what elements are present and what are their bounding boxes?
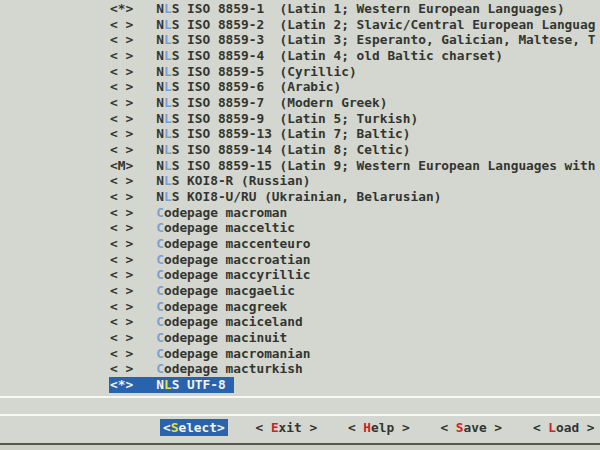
label-hotkey: C xyxy=(156,314,164,329)
label-post: S ISO 8859-6 (Arabic) xyxy=(172,79,342,94)
button-hotkey: S xyxy=(456,420,464,435)
menu-item[interactable]: < > Codepage maccroatian xyxy=(110,252,595,268)
state-gap xyxy=(133,377,156,392)
state-marker: < > xyxy=(110,267,133,282)
state-gap xyxy=(133,220,156,235)
exit-button[interactable]: < Exit > xyxy=(255,419,317,436)
menu-item-text: < > NLS ISO 8859-13 (Latin 7; Baltic) xyxy=(110,126,411,141)
menu-item[interactable]: < > NLS ISO 8859-4 (Latin 4; old Baltic … xyxy=(110,48,595,64)
label-post: odepage macroman xyxy=(164,205,287,220)
menu-item[interactable]: < > Codepage macinuit xyxy=(110,330,595,346)
menu-item-text: < > NLS ISO 8859-7 (Modern Greek) xyxy=(110,95,387,110)
state-marker: < > xyxy=(110,361,133,376)
menu-item-text: < > Codepage maccenteuro xyxy=(110,236,310,251)
menu-item[interactable]: < > NLS KOI8-U/RU (Ukrainian, Belarusian… xyxy=(110,189,595,205)
menu-item-text: < > Codepage macturkish xyxy=(110,361,303,376)
state-marker: < > xyxy=(110,111,133,126)
menu-item-selected-text: <*> NLS UTF-8 xyxy=(109,377,234,393)
menu-item[interactable]: < > Codepage macromanian xyxy=(110,346,595,362)
menu-item[interactable]: < > NLS ISO 8859-2 (Latin 2; Slavic/Cent… xyxy=(110,17,595,33)
label-hotkey: L xyxy=(164,1,172,16)
state-marker: < > xyxy=(110,330,133,345)
menu-item-text: <M> NLS ISO 8859-15 (Latin 9; Western Eu… xyxy=(110,158,595,173)
label-pre: N xyxy=(156,377,164,392)
menu-item-text: < > NLS KOI8-U/RU (Ukrainian, Belarusian… xyxy=(110,189,441,204)
label-post: S ISO 8859-15 (Latin 9; Western European… xyxy=(172,158,596,173)
label-post: odepage maccenteuro xyxy=(164,236,310,251)
label-pre: N xyxy=(156,126,164,141)
state-gap xyxy=(133,158,156,173)
load-button[interactable]: < Load > xyxy=(533,419,595,436)
menu-item-text: < > Codepage macinuit xyxy=(110,330,287,345)
menu-item[interactable]: < > Codepage macceltic xyxy=(110,220,595,236)
menu-item-text: < > Codepage maccyrillic xyxy=(110,267,310,282)
label-pre: N xyxy=(156,95,164,110)
label-hotkey: C xyxy=(156,267,164,282)
button-post: ave > xyxy=(464,420,503,435)
help-button[interactable]: < Help > xyxy=(348,419,410,436)
label-post: S ISO 8859-1 (Latin 1; Western European … xyxy=(172,1,565,16)
label-pre: N xyxy=(156,111,164,126)
button-pre: < xyxy=(348,420,363,435)
state-marker: < > xyxy=(110,173,133,188)
menu-item[interactable]: < > NLS ISO 8859-13 (Latin 7; Baltic) xyxy=(110,126,595,142)
state-gap xyxy=(133,111,156,126)
state-marker: < > xyxy=(110,189,133,204)
menu-item-text: < > NLS ISO 8859-4 (Latin 4; old Baltic … xyxy=(110,48,503,63)
label-pre: N xyxy=(156,158,164,173)
label-post: odepage maccroatian xyxy=(164,252,310,267)
label-hotkey: L xyxy=(164,377,172,392)
state-gap xyxy=(133,267,156,282)
button-hotkey: E xyxy=(271,420,279,435)
state-marker: < > xyxy=(110,283,133,298)
menu-item[interactable]: < > NLS ISO 8859-3 (Latin 3; Esperanto, … xyxy=(110,32,595,48)
label-post: odepage macgaelic xyxy=(164,283,295,298)
menu-item[interactable]: < > NLS KOI8-R (Russian) xyxy=(110,173,595,189)
menu-item[interactable]: < > Codepage maccyrillic xyxy=(110,267,595,283)
save-button[interactable]: < Save > xyxy=(440,419,502,436)
menu-item[interactable]: < > Codepage macgaelic xyxy=(110,283,595,299)
menuconfig-screen: <*> NLS ISO 8859-1 (Latin 1; Western Eur… xyxy=(0,0,600,450)
label-pre: N xyxy=(156,32,164,47)
menu-item[interactable]: <*> NLS ISO 8859-1 (Latin 1; Western Eur… xyxy=(110,1,595,17)
menu-item[interactable]: < > Codepage maccenteuro xyxy=(110,236,595,252)
label-hotkey: C xyxy=(156,205,164,220)
state-gap xyxy=(133,48,156,63)
menu-item[interactable]: <*> NLS UTF-8 xyxy=(110,377,595,393)
label-hotkey: C xyxy=(156,346,164,361)
menu-item[interactable]: < > NLS ISO 8859-7 (Modern Greek) xyxy=(110,95,595,111)
state-gap xyxy=(133,189,156,204)
menu-item-text: < > Codepage macgaelic xyxy=(110,283,295,298)
menu-item[interactable]: < > NLS ISO 8859-9 (Latin 5; Turkish) xyxy=(110,111,595,127)
state-gap xyxy=(133,346,156,361)
menu-item[interactable]: < > Codepage macgreek xyxy=(110,299,595,315)
state-marker: < > xyxy=(110,142,133,157)
state-marker: < > xyxy=(110,346,133,361)
state-gap xyxy=(133,236,156,251)
label-post: S ISO 8859-4 (Latin 4; old Baltic charse… xyxy=(172,48,503,63)
divider-line-top xyxy=(0,396,600,398)
menu-item[interactable]: < > NLS ISO 8859-5 (Cyrillic) xyxy=(110,64,595,80)
menu-item[interactable]: < > Codepage macroman xyxy=(110,205,595,221)
menu-item[interactable]: <M> NLS ISO 8859-15 (Latin 9; Western Eu… xyxy=(110,158,595,174)
label-pre: N xyxy=(156,17,164,32)
button-post: elp > xyxy=(371,420,410,435)
menu-item-text: <*> NLS ISO 8859-1 (Latin 1; Western Eur… xyxy=(110,1,565,16)
options-list: <*> NLS ISO 8859-1 (Latin 1; Western Eur… xyxy=(110,1,595,393)
menu-item[interactable]: < > NLS ISO 8859-6 (Arabic) xyxy=(110,79,595,95)
state-marker: <M> xyxy=(110,158,133,173)
menu-item[interactable]: < > Codepage maciceland xyxy=(110,314,595,330)
menu-item-text: < > Codepage macgreek xyxy=(110,299,287,314)
label-post: odepage macturkish xyxy=(164,361,303,376)
label-pre: N xyxy=(156,1,164,16)
menu-item[interactable]: < > NLS ISO 8859-14 (Latin 8; Celtic) xyxy=(110,142,595,158)
label-post: S ISO 8859-5 (Cyrillic) xyxy=(172,64,357,79)
label-hotkey: C xyxy=(156,236,164,251)
select-button[interactable]: <Select> xyxy=(160,419,228,436)
button-bar: <Select>< Exit >< Help >< Save >< Load > xyxy=(163,419,595,436)
state-gap xyxy=(133,299,156,314)
menu-item[interactable]: < > Codepage macturkish xyxy=(110,361,595,377)
state-marker: < > xyxy=(110,64,133,79)
button-pre: < xyxy=(533,420,548,435)
state-marker: < > xyxy=(110,32,133,47)
